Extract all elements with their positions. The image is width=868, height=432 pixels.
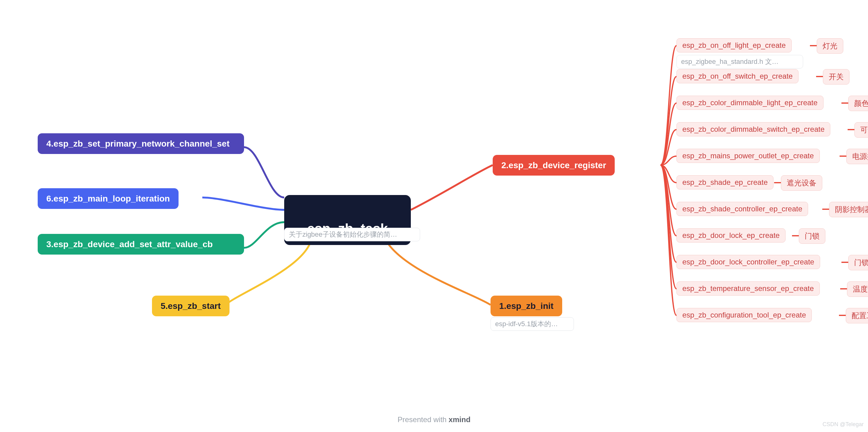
- device-fn[interactable]: esp_zb_color_dimmable_switch_ep_create: [677, 122, 830, 136]
- node-2[interactable]: 2.esp_zb_device_register: [493, 155, 615, 175]
- device-desc[interactable]: 遮光设备: [781, 175, 822, 191]
- device-desc[interactable]: 颜色可调光: [848, 96, 868, 111]
- device-desc[interactable]: 开关: [823, 69, 849, 85]
- device-desc[interactable]: 门锁控制器: [848, 255, 868, 270]
- device-desc[interactable]: 配置工具: [846, 308, 868, 323]
- device-fn[interactable]: esp_zb_mains_power_outlet_ep_create: [677, 149, 820, 163]
- device-fn[interactable]: esp_zb_shade_ep_create: [677, 175, 773, 190]
- device-fn[interactable]: esp_zb_configuration_tool_ep_create: [677, 308, 812, 322]
- device-fn[interactable]: esp_zb_color_dimmable_light_ep_create: [677, 96, 824, 110]
- device-desc[interactable]: 灯光: [817, 38, 843, 54]
- watermark: CSDN @Telegar: [823, 421, 864, 428]
- footer-brand: xmind: [448, 416, 470, 424]
- device-desc[interactable]: 温度传感器: [847, 281, 868, 297]
- footer: Presented with xmind: [0, 416, 868, 424]
- device-fn[interactable]: esp_zb_door_lock_ep_create: [677, 228, 785, 242]
- node-4[interactable]: 4.esp_zb_set_primary_network_channel_set: [38, 133, 244, 154]
- device-desc[interactable]: 阴影控制器: [829, 202, 868, 217]
- node-1[interactable]: 1.esp_zb_init: [491, 296, 562, 316]
- device-desc[interactable]: 电源插座: [846, 149, 868, 164]
- device-fn[interactable]: esp_zb_on_off_switch_ep_create: [677, 69, 799, 83]
- center-note: 关于zigbee子设备初始化步骤的简…: [284, 228, 420, 241]
- node-5[interactable]: 5.esp_zb_start: [152, 296, 229, 316]
- register-note: esp_zigbee_ha_standard.h 文…: [677, 55, 803, 68]
- node-3[interactable]: 3.esp_zb_device_add_set_attr_value_cb: [38, 234, 244, 255]
- device-fn[interactable]: esp_zb_shade_controller_ep_create: [677, 202, 808, 216]
- device-fn[interactable]: esp_zb_temperature_sensor_ep_create: [677, 281, 820, 296]
- node-6[interactable]: 6.esp_zb_main_loop_iteration: [38, 188, 179, 209]
- device-fn[interactable]: esp_zb_on_off_light_ep_create: [677, 38, 792, 53]
- device-fn[interactable]: esp_zb_door_lock_controller_ep_create: [677, 255, 820, 269]
- node-1-note: esp-idf-v5.1版本的…: [491, 317, 574, 331]
- footer-prefix: Presented with: [398, 416, 448, 424]
- device-desc[interactable]: 门锁: [799, 228, 825, 244]
- device-desc[interactable]: 可调开关: [855, 122, 868, 138]
